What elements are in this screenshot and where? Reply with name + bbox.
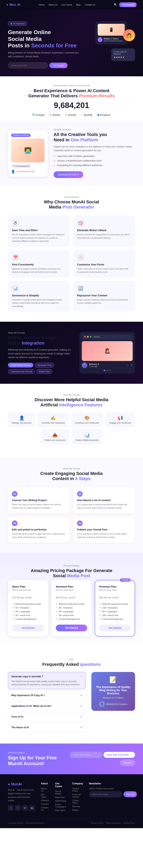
nav-home[interactable]: Home xyxy=(39,4,45,6)
brand-envato: ⬡ envato xyxy=(65,113,76,116)
faq-question-0: Generate copy in seconds ? − xyxy=(11,675,82,678)
design-tag-2[interactable]: Customize the Prompt xyxy=(8,369,35,374)
why-card-desc-1: Access creative AI suggestions to overco… xyxy=(77,233,131,240)
cta-label: Get More Started xyxy=(8,751,57,754)
navbar: ● MunAi Home About Us Use Cases Blog Con… xyxy=(0,0,143,9)
social-linkedin[interactable]: in xyxy=(22,805,28,811)
hero-section: AI Powered Generate OnlineSocial MediaPo… xyxy=(0,9,143,76)
faq-item-2[interactable]: Applications of AI: What can AI do? + xyxy=(8,702,85,711)
footer-bottom-link-2[interactable]: Cookie Policy xyxy=(123,822,135,824)
hero-profile-sub: Digital Marketing Expert xyxy=(104,40,123,42)
plan-feature-0-3: ✓2K+ words limit xyxy=(12,614,44,616)
plan-cta-2[interactable]: Get Started xyxy=(99,625,131,631)
footer-bottom-link-1[interactable]: Terms of Service xyxy=(106,822,120,824)
ai-feature-icon-1: ✍️ xyxy=(42,415,65,421)
newsletter-input[interactable] xyxy=(89,791,122,797)
social-facebook[interactable]: f xyxy=(8,805,13,811)
faq-visual: 📝 The Importance of Quality Blog Writing… xyxy=(91,672,135,711)
faq-item-3[interactable]: Cons of AI + xyxy=(8,712,85,721)
nav-usecases[interactable]: Use Cases xyxy=(62,4,72,6)
mockup-user-name: Bethany S. xyxy=(89,363,100,365)
search-icon[interactable]: 🔍 xyxy=(114,3,117,6)
footer-link-0-3[interactable]: Careers xyxy=(41,803,49,805)
pricing-card-1: Standard Plan Best for small teams $49.9… xyxy=(52,580,92,637)
share-icon[interactable]: ↗ xyxy=(130,364,133,367)
ai-feature-icon-2: 🎨 xyxy=(75,415,99,421)
step-desc-3: Once satisfied, publish directly to your… xyxy=(77,532,131,539)
footer-link-1-2[interactable]: Advertising xyxy=(55,800,66,802)
faq-title: Frequently Asked questions xyxy=(42,662,101,667)
features-description: Explore all our tools available on our p… xyxy=(54,145,135,152)
footer-link-0-4[interactable]: Contact Us xyxy=(41,806,49,811)
like-icon[interactable]: ♡ xyxy=(126,364,129,367)
footer-link-0-2[interactable]: Partners xyxy=(41,799,49,802)
why-icon-3: ✨ xyxy=(77,254,84,261)
footer-link-1-4[interactable]: Play Store xyxy=(55,809,66,811)
ai-feature-2: 🎨 Customize your media post xyxy=(71,412,103,427)
why-card-3: ✨ Customize Your Posts Tailor every post… xyxy=(73,250,135,278)
plan-cta-0[interactable]: Get Started xyxy=(12,625,44,631)
design-tag-1[interactable]: Generate Post xyxy=(35,363,54,368)
step-title-0: Choose Your Writing Project xyxy=(12,499,66,502)
steps-tag: What We Provide xyxy=(8,467,135,470)
footer-link-1-0[interactable]: Social Media xyxy=(55,790,66,795)
footer-copyright: Copyright @2025 — All Rights Reserved xyxy=(8,822,44,824)
footer-bottom-link-0[interactable]: Privacy Policy xyxy=(91,822,104,824)
footer: ● MunAi Mun Ai - The Ai theme and digita… xyxy=(0,774,143,828)
pricing-card-0: Basic Plan Best for personal use $19.99/… xyxy=(8,580,48,637)
pricing-tag: Pricing Package xyxy=(8,564,135,567)
faq-item-1[interactable]: Why Importance Of Copy AI ? + xyxy=(8,691,85,700)
footer-link-2-3[interactable]: Sitemap xyxy=(72,805,83,808)
faq-section: FAQ Frequently Asked questions Generate … xyxy=(0,648,143,743)
cta-button[interactable]: Start Your Free Book → xyxy=(104,752,135,758)
why-card-title-4: Summarize & Simplify xyxy=(12,294,66,297)
ai-feature-label-5: Analyze Media Numerator xyxy=(76,439,99,441)
faq-content: Generate copy in seconds ? − Yes! MunAI … xyxy=(8,672,85,734)
feature-item-3: ✓ Everything for reaching different audi… xyxy=(54,164,135,167)
step-number-2: 03 xyxy=(12,521,18,526)
nav-blog[interactable]: Blog xyxy=(76,4,81,6)
ai-features-section: What We Provide Discover More Helpful So… xyxy=(0,384,143,458)
navbar-logo: ● MunAi xyxy=(6,3,21,6)
pricing-card-2: Popular Premium Plan Best for large team… xyxy=(95,580,135,637)
faq-item-4[interactable]: The future of AI + xyxy=(8,723,85,732)
footer-link-2-4[interactable]: Status xyxy=(72,809,83,811)
ai-feature-1: ✍️ Generate Your media post xyxy=(38,412,69,427)
design-section: What We Provide Online, Intuitive Design… xyxy=(0,322,143,383)
hero-profile-name: William J. Rivera xyxy=(104,38,123,40)
faq-question-3: Cons of AI + xyxy=(11,715,82,718)
social-twitter[interactable]: t xyxy=(15,805,21,811)
brands-row: G Google ✦ airbnb ⬡ envato ♫ Spotify ◆ D… xyxy=(8,113,135,117)
cta-language-dropdown[interactable]: English ▾ xyxy=(120,760,135,766)
design-tag-3[interactable]: Share Post xyxy=(36,369,52,374)
hero-email-input[interactable] xyxy=(8,62,48,68)
mockup-user: Bethany S. 2 min ago ♡ ↗ xyxy=(82,363,133,368)
plan-name-0: Basic Plan xyxy=(12,585,44,588)
faq-chevron-0: − xyxy=(80,675,82,678)
hero-cta-button[interactable]: Get Started xyxy=(49,63,67,68)
navbar-getstarted-button[interactable]: Get Started xyxy=(119,2,137,7)
footer-link-1-1[interactable]: Blog Post xyxy=(55,796,66,799)
steps-title: Create Engaging Social MediaContent in 4… xyxy=(8,471,135,481)
footer-link-0-1[interactable]: Our Team xyxy=(41,793,49,798)
step-card-2: 03 Edit and polish to perfection Customi… xyxy=(8,517,70,543)
design-tag-0[interactable]: Social Media Prompt xyxy=(8,363,33,368)
footer-link-1-3[interactable]: Email Campaigns xyxy=(55,803,66,808)
features-cta-button[interactable]: Generate AI Post ✦ xyxy=(54,171,83,178)
footer-link-0-0[interactable]: About Us xyxy=(41,787,49,792)
footer-bottom: Copyright @2025 — All Rights Reserved Pr… xyxy=(8,822,135,824)
cta-email-input[interactable] xyxy=(70,752,102,758)
footer-link-2-2[interactable]: Cookie Policy xyxy=(72,799,83,804)
nav-contact[interactable]: Contact Us xyxy=(85,4,95,6)
plan-feature-0-2: ✓45+ Languages xyxy=(12,610,44,613)
design-visual: Stories 👩‍🎤 Bethany S. 2 min ago ♡ ↗ xyxy=(80,332,135,374)
footer-link-2-1[interactable]: Terms of Service xyxy=(72,793,83,798)
plan-cta-1[interactable]: Get Started xyxy=(56,625,87,631)
hero-form: Get Started xyxy=(8,62,83,68)
hero-badge: AI Powered xyxy=(8,22,27,26)
newsletter-signup-button[interactable]: Sign Up xyxy=(123,791,137,797)
faq-item-0[interactable]: Generate copy in seconds ? − Yes! MunAI … xyxy=(8,672,85,689)
social-youtube[interactable]: ▶ xyxy=(29,805,35,811)
nav-about[interactable]: About Us xyxy=(49,4,58,6)
footer-link-2-0[interactable]: Privacy Policy xyxy=(72,787,83,792)
